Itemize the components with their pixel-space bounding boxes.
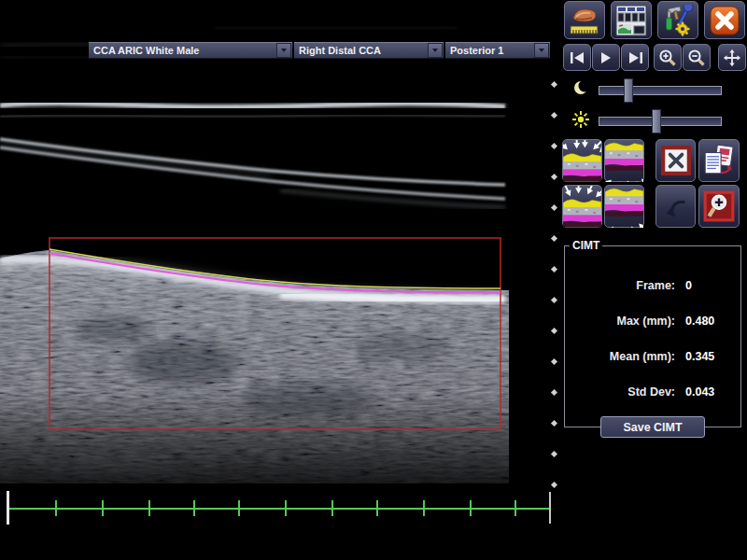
panel-marker-diamond <box>551 420 557 427</box>
cimt-panel-title: CIMT <box>570 239 602 252</box>
ultrasound-image[interactable] <box>0 0 509 485</box>
detect-far-boundary-button[interactable] <box>604 139 644 182</box>
ruler-tick <box>376 500 378 516</box>
settings-tools-icon <box>662 5 694 36</box>
ruler-tick <box>285 500 287 516</box>
ruler-tick <box>238 500 240 516</box>
copy-to-report-icon <box>702 144 736 177</box>
close-icon <box>710 6 740 35</box>
panel-marker-diamond <box>551 174 557 180</box>
first-frame-button[interactable] <box>563 44 591 71</box>
ruler-tick <box>102 500 104 516</box>
detect-near-boundary-icon <box>563 140 601 182</box>
undo-button[interactable] <box>655 185 696 228</box>
play-button[interactable] <box>592 44 620 71</box>
panel-marker-diamond <box>551 235 557 242</box>
panel-marker-diamond <box>551 81 557 88</box>
preset-dropdown-value: CCA ARIC White Male <box>89 45 276 56</box>
panel-marker-diamond <box>551 451 557 457</box>
panel-marker-diamond <box>551 297 557 303</box>
snap-far-boundary-button[interactable] <box>604 185 644 228</box>
settings-tools-button[interactable] <box>657 1 698 39</box>
clear-measurement-button[interactable] <box>655 139 696 182</box>
stddev-label: Std Dev: <box>565 385 675 399</box>
mean-value: 0.345 <box>685 350 714 363</box>
last-frame-button[interactable] <box>621 44 649 71</box>
last-frame-icon <box>628 52 642 63</box>
sun-icon <box>571 109 591 130</box>
ruler-end-tick <box>549 492 551 524</box>
ruler-tick <box>423 500 425 516</box>
copy-to-report-button[interactable] <box>698 139 740 182</box>
close-button[interactable] <box>704 1 745 39</box>
play-icon <box>600 52 612 63</box>
snap-near-boundary-button[interactable] <box>562 185 602 228</box>
report-review-icon <box>615 5 647 36</box>
angle-dropdown[interactable]: Posterior 1 <box>445 42 550 59</box>
cimt-measure-tool-button[interactable] <box>564 1 605 39</box>
report-review-button[interactable] <box>611 1 652 39</box>
pan-button[interactable] <box>718 44 746 71</box>
zoom-out-icon <box>687 49 706 67</box>
magnify-roi-button[interactable] <box>698 185 740 228</box>
panel-marker-diamond <box>551 389 557 396</box>
first-frame-icon <box>571 52 585 63</box>
segment-dropdown[interactable]: Right Distal CCA <box>294 42 444 59</box>
panel-marker-diamond <box>551 328 557 334</box>
ruler-tick <box>470 500 472 516</box>
ruler-tick <box>514 500 516 516</box>
mean-label: Mean (mm): <box>565 350 675 363</box>
segment-dropdown-value: Right Distal CCA <box>294 45 428 56</box>
moon-icon <box>571 78 590 97</box>
ruler-start-tick <box>7 491 9 525</box>
detect-far-boundary-icon <box>605 140 643 182</box>
snap-near-boundary-icon <box>563 186 601 228</box>
ruler-line <box>7 508 550 510</box>
panel-marker-diamond <box>551 266 557 273</box>
panel-marker-diamond <box>551 358 557 365</box>
ruler-tick <box>55 500 57 516</box>
brightness-slider-thumb[interactable] <box>652 109 661 133</box>
save-cimt-button[interactable]: Save CIMT <box>600 416 705 438</box>
panel-marker-diamond <box>551 204 557 211</box>
max-row: Max (mm):0.480 <box>565 312 740 329</box>
frame-row: Frame:0 <box>565 276 740 293</box>
chevron-down-icon[interactable] <box>428 43 443 58</box>
zoom-out-button[interactable] <box>683 44 711 71</box>
pan-icon <box>722 48 742 68</box>
panel-marker-diamond <box>551 112 557 119</box>
stddev-row: Std Dev:0.043 <box>565 383 740 399</box>
zoom-in-button[interactable] <box>654 44 682 71</box>
zoom-in-icon <box>658 49 677 67</box>
ruler-tick <box>148 500 150 516</box>
contrast-slider-thumb[interactable] <box>624 78 633 103</box>
frame-label: Frame: <box>565 279 675 292</box>
ruler-tick <box>193 500 195 516</box>
magnify-roi-icon <box>702 189 736 223</box>
detect-near-boundary-button[interactable] <box>562 139 602 182</box>
chevron-down-icon[interactable] <box>276 43 291 58</box>
mean-row: Mean (mm):0.345 <box>565 347 740 364</box>
panel-marker-diamond <box>551 482 557 488</box>
undo-icon <box>661 191 691 221</box>
cimt-measure-icon <box>568 5 601 36</box>
ruler-tick <box>331 500 333 516</box>
frame-value: 0 <box>685 279 692 292</box>
angle-dropdown-value: Posterior 1 <box>445 45 534 56</box>
contrast-slider-track[interactable] <box>599 86 722 95</box>
max-value: 0.480 <box>685 315 714 328</box>
max-label: Max (mm): <box>565 315 675 328</box>
gear-icon <box>676 21 690 35</box>
cimt-panel: CIMT Frame:0 Max (mm):0.480 Mean (mm):0.… <box>564 239 741 427</box>
chevron-down-icon[interactable] <box>534 43 549 58</box>
snap-far-boundary-icon <box>605 186 643 228</box>
clear-measurement-icon <box>661 146 691 175</box>
preset-dropdown[interactable]: CCA ARIC White Male <box>89 42 292 59</box>
panel-marker-diamond <box>551 143 557 149</box>
cimt-application-window: CCA ARIC White Male Right Distal CCA Pos… <box>0 0 747 560</box>
stddev-value: 0.043 <box>685 385 714 399</box>
